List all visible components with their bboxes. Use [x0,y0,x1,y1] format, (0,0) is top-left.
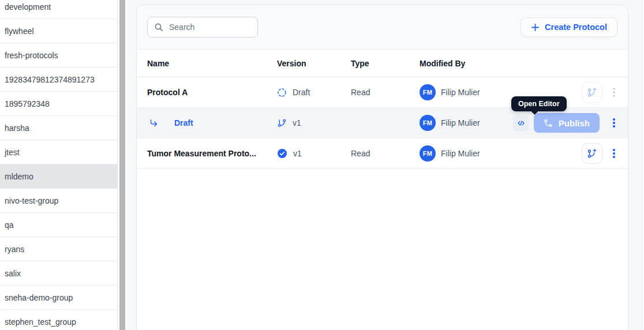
publish-label: Publish [559,118,590,128]
right-gutter [642,0,644,330]
git-branch-icon [277,118,287,128]
table-header: Name Version Type Modified By [137,50,628,77]
protocols-toolbar: Create Protocol [137,5,628,50]
version-label: v1 [293,118,301,127]
avatar: FM [420,115,436,131]
sidebar-item-harsha[interactable]: harsha [0,116,117,140]
draft-version-link[interactable]: Draft [174,118,193,127]
modified-by-name: Filip Mulier [441,149,480,158]
sidebar-item-mldemo[interactable]: mldemo [0,164,117,189]
sidebar-scrollbar-thumb[interactable] [119,0,125,330]
open-editor-tooltip: Open Editor [511,96,567,111]
create-protocol-button[interactable]: Create Protocol [521,17,617,37]
type-label: Read [351,88,420,97]
column-header-version: Version [277,59,351,68]
create-version-button[interactable] [582,82,602,103]
modified-by-name: Filip Mulier [441,88,480,97]
plus-icon [531,23,540,32]
protocol-name: Protocol A [147,88,277,97]
create-version-button[interactable] [582,143,602,164]
column-header-type: Type [351,59,420,68]
sidebar-item-sneha-demo-group[interactable]: sneha-demo-group [0,286,117,310]
version-label: Draft [293,88,310,97]
sidebar-item-fresh-protocols[interactable]: fresh-protocols [0,43,117,68]
avatar: FM [420,84,436,100]
modified-by-name: Filip Mulier [441,118,480,127]
publish-merge-icon [544,118,553,128]
search-input[interactable] [168,22,251,32]
group-list: developmentflywheelfresh-protocols192834… [0,0,117,330]
open-editor-button[interactable] [513,115,529,132]
sidebar-item-stephen_test_group[interactable]: stephen_test_group [0,310,117,330]
sidebar-item-19283479812374891273[interactable]: 19283479812374891273 [0,68,117,92]
avatar: FM [420,145,436,162]
groups-sidebar: developmentflywheelfresh-protocols192834… [0,0,118,330]
sidebar-item-ryans[interactable]: ryans [0,237,117,261]
protocol-name: Tumor Measurement Proto... [147,149,277,158]
sidebar-item-development[interactable]: development [0,0,117,19]
column-header-modified-by: Modified By [420,59,617,68]
table-row[interactable]: Tumor Measurement Proto... v1 Read FM Fi… [137,138,628,169]
sidebar-item-1895792348[interactable]: 1895792348 [0,92,117,116]
search-icon [154,22,163,32]
sidebar-item-jtest[interactable]: jtest [0,140,117,164]
sidebar-item-qa[interactable]: qa [0,213,117,237]
protocols-panel: Create Protocol Name Version Type Modifi… [136,5,628,330]
draft-dashed-circle-icon [277,88,287,97]
row-menu-button[interactable] [611,118,617,127]
corner-down-right-icon [149,118,159,128]
version-label: v1 [293,149,302,158]
row-menu-button[interactable] [611,149,617,158]
sidebar-item-nivo-test-group[interactable]: nivo-test-group [0,189,117,213]
search-box[interactable] [147,17,258,38]
sidebar-item-salix[interactable]: salix [0,261,117,286]
sidebar-item-flywheel[interactable]: flywheel [0,19,117,43]
table-row-draft-version[interactable]: Draft v1 FM Filip Mulier [137,108,628,138]
publish-button[interactable]: Publish [534,113,600,133]
tooltip-text: Open Editor [518,100,560,108]
sidebar-scrollbar-track [118,0,127,330]
column-header-name: Name [147,59,277,68]
row-menu-button[interactable] [611,88,617,97]
published-check-circle-icon [277,148,287,159]
create-protocol-label: Create Protocol [545,22,607,32]
type-label: Read [351,149,420,158]
